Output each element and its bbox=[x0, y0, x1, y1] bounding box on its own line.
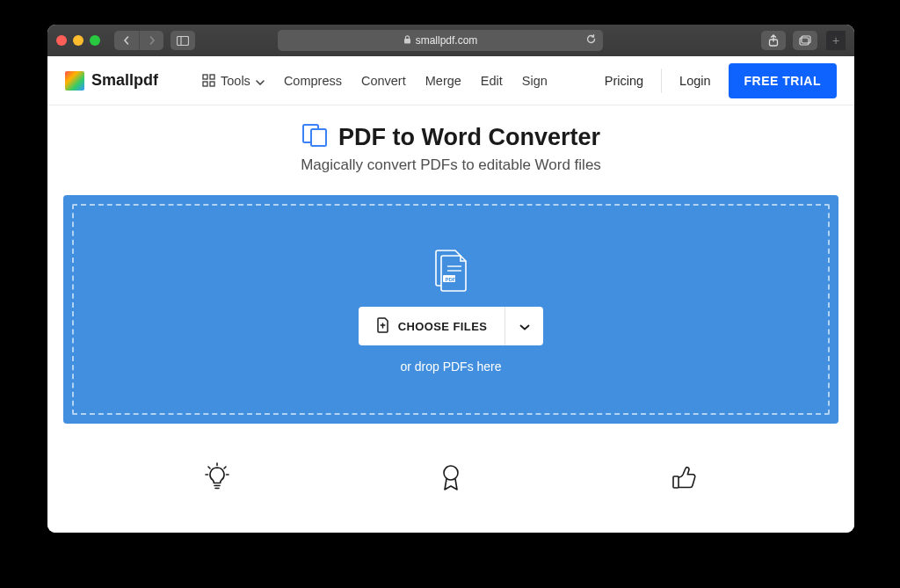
share-button[interactable] bbox=[761, 31, 786, 50]
grid-icon bbox=[202, 74, 215, 87]
url-text: smallpdf.com bbox=[416, 34, 478, 47]
svg-rect-6 bbox=[203, 75, 207, 79]
page-title: PDF to Word Converter bbox=[338, 124, 600, 151]
chevron-down-icon bbox=[519, 318, 530, 334]
page-content: Smallpdf Tools Compress Convert Merge Ed… bbox=[47, 56, 854, 533]
toolbar-right: + bbox=[761, 31, 846, 50]
tabs-overview-button[interactable] bbox=[793, 31, 817, 50]
minimize-window-button[interactable] bbox=[73, 35, 83, 46]
reload-icon[interactable] bbox=[585, 33, 597, 47]
login-link[interactable]: Login bbox=[679, 74, 710, 88]
svg-rect-0 bbox=[178, 36, 189, 45]
nav-convert[interactable]: Convert bbox=[361, 74, 406, 88]
address-bar[interactable]: smallpdf.com bbox=[278, 30, 603, 51]
nav-tools[interactable]: Tools bbox=[202, 74, 265, 88]
back-button[interactable] bbox=[114, 31, 139, 50]
nav-tools-label: Tools bbox=[221, 74, 250, 88]
chevron-down-icon bbox=[256, 74, 265, 88]
thumbs-up-icon bbox=[670, 462, 700, 496]
sidebar-toggle-button[interactable] bbox=[171, 31, 195, 50]
nav-compress[interactable]: Compress bbox=[284, 74, 342, 88]
nav-merge[interactable]: Merge bbox=[425, 74, 461, 88]
lightbulb-icon bbox=[202, 462, 232, 496]
svg-rect-9 bbox=[210, 82, 214, 86]
logo-mark bbox=[65, 71, 84, 91]
browser-window: smallpdf.com + Smallpdf bbox=[47, 25, 854, 533]
pdf-to-word-icon bbox=[301, 123, 328, 151]
svg-rect-8 bbox=[203, 82, 207, 86]
feature-icons-row bbox=[47, 424, 854, 496]
choose-files-button[interactable]: CHOOSE FILES bbox=[359, 307, 505, 345]
new-tab-button[interactable]: + bbox=[826, 31, 846, 50]
pricing-link[interactable]: Pricing bbox=[605, 74, 643, 88]
svg-rect-7 bbox=[210, 75, 214, 79]
page-subtitle: Magically convert PDFs to editable Word … bbox=[47, 156, 854, 174]
drop-hint: or drop PDFs here bbox=[400, 359, 501, 374]
fullscreen-window-button[interactable] bbox=[90, 35, 100, 46]
hero: PDF to Word Converter Magically convert … bbox=[47, 105, 854, 186]
nav-edit[interactable]: Edit bbox=[481, 74, 503, 88]
svg-rect-24 bbox=[673, 476, 679, 488]
site-header: Smallpdf Tools Compress Convert Merge Ed… bbox=[47, 56, 854, 105]
svg-line-19 bbox=[208, 467, 210, 468]
choose-files-group: CHOOSE FILES bbox=[359, 307, 544, 345]
header-right: Pricing Login FREE TRIAL bbox=[605, 63, 837, 98]
divider bbox=[661, 69, 662, 93]
nav-sign[interactable]: Sign bbox=[522, 74, 548, 88]
svg-rect-2 bbox=[404, 39, 410, 44]
svg-text:PDF: PDF bbox=[446, 277, 456, 282]
primary-nav: Tools Compress Convert Merge Edit Sign bbox=[202, 74, 548, 88]
forward-button[interactable] bbox=[139, 31, 163, 50]
dropzone-container: PDF CHOOSE FILES bbox=[47, 186, 854, 424]
dropzone[interactable]: PDF CHOOSE FILES bbox=[72, 204, 830, 415]
close-window-button[interactable] bbox=[56, 35, 67, 46]
dropzone-outer: PDF CHOOSE FILES bbox=[63, 195, 838, 424]
file-upload-icon bbox=[376, 317, 389, 336]
svg-point-23 bbox=[444, 466, 458, 480]
choose-files-dropdown[interactable] bbox=[504, 307, 543, 345]
award-ribbon-icon bbox=[436, 462, 466, 496]
svg-rect-11 bbox=[311, 129, 326, 146]
free-trial-button[interactable]: FREE TRIAL bbox=[729, 63, 837, 98]
lock-icon bbox=[403, 35, 411, 46]
logo[interactable]: Smallpdf bbox=[65, 71, 158, 91]
logo-text: Smallpdf bbox=[91, 71, 158, 90]
browser-titlebar: smallpdf.com + bbox=[47, 25, 854, 56]
nav-back-forward-group bbox=[114, 31, 163, 50]
svg-line-20 bbox=[224, 467, 226, 468]
window-controls bbox=[56, 35, 100, 46]
document-stack-icon: PDF bbox=[427, 245, 475, 296]
choose-files-label: CHOOSE FILES bbox=[398, 320, 488, 333]
hero-title-row: PDF to Word Converter bbox=[47, 123, 854, 151]
